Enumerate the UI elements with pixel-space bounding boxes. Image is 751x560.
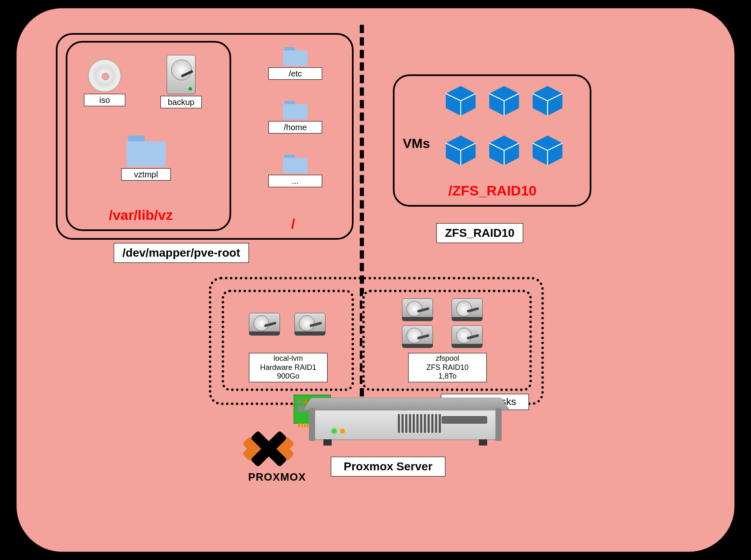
disk-group-zfspool: zfspoolZFS RAID101,8To bbox=[362, 290, 532, 391]
group1-label: local-lvmHardware RAID1900Go bbox=[249, 353, 328, 382]
vztmpl-item: vztmpl bbox=[121, 136, 171, 181]
root-path: / bbox=[291, 216, 295, 232]
server-chassis bbox=[314, 407, 496, 453]
backup-item: backup bbox=[160, 55, 202, 108]
proxmox-x-icon bbox=[248, 428, 294, 469]
led-green-icon bbox=[332, 429, 337, 434]
hdd-icon bbox=[452, 325, 483, 348]
disk-group-local-lvm: local-lvmHardware RAID1900Go bbox=[222, 290, 354, 391]
folder-icon bbox=[283, 101, 308, 119]
vm-row-2 bbox=[444, 134, 564, 167]
folder-icon bbox=[283, 47, 308, 66]
hdd-icon bbox=[249, 313, 280, 336]
hdd-icon bbox=[402, 298, 433, 321]
home-label: /home bbox=[268, 121, 322, 133]
more-label: ... bbox=[268, 175, 322, 187]
cd-icon bbox=[88, 59, 121, 92]
cube-icon bbox=[444, 134, 477, 167]
iso-label: iso bbox=[84, 94, 125, 106]
hdd-grid bbox=[402, 298, 483, 348]
more-folder: ... bbox=[268, 155, 322, 187]
backup-label: backup bbox=[160, 96, 202, 108]
hdd-icon bbox=[402, 325, 433, 348]
varlibvz-box: iso backup vztmpl /var/lib/vz bbox=[66, 41, 231, 231]
physical-disks-box: local-lvmHardware RAID1900Go zfspoolZFS … bbox=[209, 277, 544, 405]
diagram-canvas: iso backup vztmpl /var/lib/vz /etc /home bbox=[17, 8, 734, 552]
hdd-icon bbox=[452, 298, 483, 321]
zfs-mount-path: /ZFS_RAID10 bbox=[448, 183, 537, 199]
folder-icon bbox=[127, 136, 166, 167]
hdd-row bbox=[249, 313, 325, 336]
proxmox-logo: PROXMOX bbox=[248, 428, 306, 484]
zfs-box: VMs /ZFS_RAID10 bbox=[393, 74, 591, 207]
vms-label: VMs bbox=[403, 136, 430, 151]
cube-icon bbox=[488, 84, 521, 117]
hdd-icon bbox=[294, 313, 325, 336]
proxmox-brand-text: PROXMOX bbox=[248, 471, 306, 484]
cube-icon bbox=[531, 134, 564, 167]
zfs-label: ZFS_RAID10 bbox=[436, 223, 523, 243]
hdd-internal-icon bbox=[167, 55, 196, 94]
cube-icon bbox=[444, 84, 477, 117]
cube-icon bbox=[488, 134, 521, 167]
group2-label: zfspoolZFS RAID101,8To bbox=[408, 353, 487, 382]
cube-icon bbox=[531, 84, 564, 117]
optical-drive-icon bbox=[442, 416, 487, 424]
pve-root-label: /dev/mapper/pve-root bbox=[114, 243, 249, 263]
vm-row-1 bbox=[444, 84, 564, 117]
etc-folder: /etc bbox=[268, 47, 322, 80]
etc-label: /etc bbox=[268, 67, 322, 80]
pve-root-box: iso backup vztmpl /var/lib/vz /etc /home bbox=[56, 33, 354, 240]
varlibvz-path: /var/lib/vz bbox=[109, 207, 173, 223]
iso-item: iso bbox=[84, 59, 125, 106]
led-orange-icon bbox=[340, 429, 345, 434]
vztmpl-label: vztmpl bbox=[121, 168, 171, 181]
folder-icon bbox=[283, 155, 308, 173]
home-folder: /home bbox=[268, 101, 322, 133]
server-label: Proxmox Server bbox=[331, 457, 445, 477]
